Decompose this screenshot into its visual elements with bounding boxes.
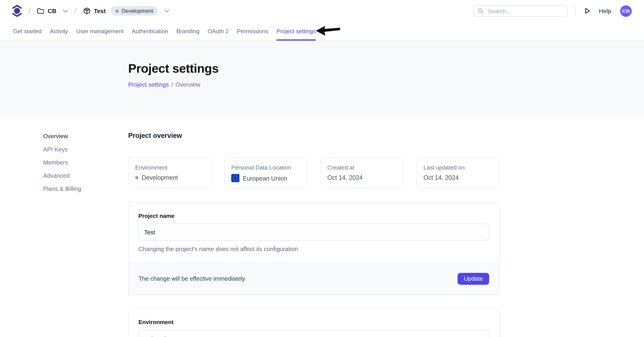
info-card-value: Development <box>135 174 204 181</box>
info-card-data-location: Personal Data Location European Union <box>224 157 307 189</box>
sidebar-item-advanced[interactable]: Advanced <box>43 172 128 180</box>
info-card-label: Last updated on <box>423 164 492 171</box>
play-button[interactable] <box>582 6 592 16</box>
breadcrumb: Project settings / Overview <box>128 81 644 88</box>
environment-badge: Development <box>111 6 158 15</box>
eu-flag-icon <box>231 174 239 182</box>
environment-select-value: Development <box>151 336 186 337</box>
project-name-card: Project name Changing the project's name… <box>128 202 499 295</box>
info-card-label: Created at <box>327 164 396 171</box>
info-card-row: Environment Development Personal Data Lo… <box>128 157 499 189</box>
play-icon <box>584 7 591 14</box>
tab-project-settings[interactable]: Project settings <box>276 22 316 41</box>
package-icon <box>83 7 90 14</box>
environment-card: Environment Development <box>128 309 499 337</box>
environment-value: Development <box>142 174 178 181</box>
info-card-label: Personal Data Location <box>231 164 300 171</box>
environment-card-body: Environment Development <box>129 309 499 337</box>
breadcrumb-link[interactable]: Project settings <box>128 81 169 88</box>
folder-icon <box>37 8 44 14</box>
search-input[interactable] <box>487 7 563 14</box>
created-at-value: Oct 14, 2024 <box>327 174 362 181</box>
environment-select[interactable]: Development <box>138 330 489 337</box>
tab-oauth2[interactable]: OAuth 2 <box>208 22 229 41</box>
tab-user-management[interactable]: User management <box>76 22 124 41</box>
info-card-created-at: Created at Oct 14, 2024 <box>320 157 403 189</box>
main-panel: Project overview Environment Development… <box>128 132 499 337</box>
org-switcher[interactable]: CB <box>37 8 68 14</box>
global-search[interactable] <box>473 5 568 17</box>
project-switcher[interactable]: Test Development <box>83 6 169 15</box>
data-location-value: European Union <box>243 175 287 182</box>
app-window: / CB / Test Development <box>0 0 644 337</box>
last-updated-value: Oct 14, 2024 <box>423 174 459 181</box>
status-dot-icon <box>116 9 119 12</box>
sidebar-item-api-keys[interactable]: API Keys <box>43 146 128 154</box>
tab-branding[interactable]: Branding <box>176 22 199 41</box>
project-name: Test <box>94 8 106 14</box>
settings-nav: Overview API Keys Members Advanced Plans… <box>43 132 128 337</box>
update-button[interactable]: Update <box>458 273 489 285</box>
sidebar-item-members[interactable]: Members <box>43 159 128 167</box>
search-icon <box>478 8 484 14</box>
info-card-value: European Union <box>231 174 300 182</box>
info-card-value: Oct 14, 2024 <box>327 174 396 181</box>
brand-logo-icon <box>12 4 22 17</box>
primary-tabs: Get started Activity User management Aut… <box>0 22 644 41</box>
help-link[interactable]: Help <box>599 8 611 14</box>
project-name-card-footer: The change will be effective immediately… <box>129 262 499 295</box>
section-title: Project overview <box>128 132 499 140</box>
tab-permissions[interactable]: Permissions <box>237 22 268 41</box>
sidebar-item-overview[interactable]: Overview <box>43 133 128 140</box>
info-card-last-updated: Last updated on Oct 14, 2024 <box>416 157 499 189</box>
page-header: Project settings Project settings / Over… <box>0 41 644 116</box>
project-name-label: Project name <box>138 213 489 219</box>
footer-note: The change will be effective immediately <box>138 275 245 282</box>
tab-authentication[interactable]: Authentication <box>132 22 168 41</box>
top-bar: / CB / Test Development <box>0 0 644 22</box>
breadcrumb-current: Overview <box>176 81 200 88</box>
environment-label: Environment <box>138 319 489 326</box>
page-title: Project settings <box>128 62 644 76</box>
info-card-label: Environment <box>135 164 204 171</box>
org-name: CB <box>48 8 56 14</box>
brand-logo[interactable] <box>12 4 22 17</box>
tab-activity[interactable]: Activity <box>50 22 68 41</box>
breadcrumb-separator: / <box>28 6 31 15</box>
breadcrumb-separator: / <box>172 81 173 88</box>
chevron-down-icon <box>63 9 68 12</box>
project-name-card-body: Project name Changing the project's name… <box>129 203 499 262</box>
info-card-environment: Environment Development <box>128 157 211 189</box>
tab-get-started[interactable]: Get started <box>13 22 42 41</box>
user-avatar[interactable]: CN <box>620 5 632 17</box>
project-name-helper: Changing the project's name does not aff… <box>138 246 489 252</box>
content-area: Overview API Keys Members Advanced Plans… <box>0 116 644 337</box>
chevron-down-icon <box>164 9 169 12</box>
divider <box>575 5 575 16</box>
status-dot-icon <box>135 176 138 179</box>
info-card-value: Oct 14, 2024 <box>423 174 492 181</box>
sidebar-item-plans-billing[interactable]: Plans & Billing <box>43 185 128 193</box>
top-bar-actions: Help CN <box>473 5 632 17</box>
breadcrumb-separator: / <box>74 6 77 15</box>
environment-badge-label: Development <box>122 8 153 14</box>
project-name-input[interactable] <box>138 224 489 241</box>
